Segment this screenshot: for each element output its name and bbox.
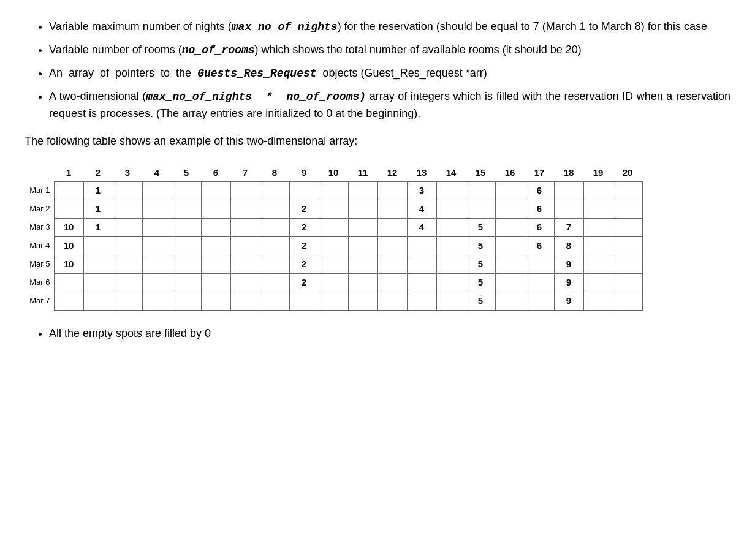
cell-r5-c15 <box>495 273 525 292</box>
cell-r6-c3 <box>142 292 172 310</box>
cell-r2-c15 <box>495 218 525 236</box>
cell-r5-c5 <box>201 273 230 292</box>
cell-r1-c19 <box>613 200 642 218</box>
cell-r2-c13 <box>436 218 466 236</box>
cell-r6-c19 <box>613 292 642 310</box>
cell-r2-c0: 10 <box>54 218 83 236</box>
table-header-row: 1 2 3 4 5 6 7 8 9 10 11 12 13 14 15 16 1… <box>25 164 642 181</box>
cell-r2-c2 <box>113 218 142 236</box>
cell-r4-c2 <box>113 255 142 273</box>
cell-r6-c12 <box>407 292 436 310</box>
cell-r0-c8 <box>289 181 319 200</box>
cell-r4-c4 <box>172 255 201 273</box>
col-header-6: 6 <box>201 164 230 181</box>
cell-r2-c6 <box>230 218 260 236</box>
col-header-12: 12 <box>378 164 407 181</box>
cell-r2-c10 <box>348 218 378 236</box>
cell-r0-c1: 1 <box>83 181 113 200</box>
table-row: Mar 21246 <box>25 200 642 218</box>
col-header-13: 13 <box>407 164 436 181</box>
cell-r5-c10 <box>348 273 378 292</box>
cell-r1-c12: 4 <box>407 200 436 218</box>
cell-r1-c4 <box>172 200 201 218</box>
cell-r1-c16: 6 <box>525 200 554 218</box>
cell-r6-c13 <box>436 292 466 310</box>
table-container: 1 2 3 4 5 6 7 8 9 10 11 12 13 14 15 16 1… <box>25 164 730 311</box>
cell-r2-c17: 7 <box>554 218 583 236</box>
cell-r3-c15 <box>495 236 525 255</box>
bullet-item-1: Variable maximum number of nights (max_n… <box>49 18 730 36</box>
cell-r6-c17: 9 <box>554 292 583 310</box>
row-label-Mar-6: Mar 6 <box>25 273 54 292</box>
intro-paragraph: The following table shows an example of … <box>25 133 730 149</box>
cell-r1-c5 <box>201 200 230 218</box>
cell-r2-c5 <box>201 218 230 236</box>
cell-r2-c8: 2 <box>289 218 319 236</box>
col-header-10: 10 <box>319 164 348 181</box>
cell-r4-c16 <box>525 255 554 273</box>
cell-r6-c4 <box>172 292 201 310</box>
main-bullet-list: Variable maximum number of nights (max_n… <box>25 18 730 122</box>
cell-r6-c16 <box>525 292 554 310</box>
cell-r3-c19 <box>613 236 642 255</box>
cell-r3-c12 <box>407 236 436 255</box>
cell-r5-c17: 9 <box>554 273 583 292</box>
col-header-3: 3 <box>113 164 142 181</box>
cell-r3-c9 <box>319 236 348 255</box>
row-label-Mar-3: Mar 3 <box>25 218 54 236</box>
cell-r0-c12: 3 <box>407 181 436 200</box>
cell-r2-c12: 4 <box>407 218 436 236</box>
cell-r3-c4 <box>172 236 201 255</box>
cell-r4-c0: 10 <box>54 255 83 273</box>
cell-r2-c1: 1 <box>83 218 113 236</box>
table-row: Mar 759 <box>25 292 642 310</box>
cell-r4-c10 <box>348 255 378 273</box>
cell-r1-c17 <box>554 200 583 218</box>
table-row: Mar 310124567 <box>25 218 642 236</box>
cell-r6-c8 <box>289 292 319 310</box>
cell-r1-c18 <box>583 200 613 218</box>
cell-r1-c1: 1 <box>83 200 113 218</box>
col-header-20: 20 <box>613 164 642 181</box>
cell-r0-c2 <box>113 181 142 200</box>
cell-r6-c7 <box>260 292 289 310</box>
cell-r2-c4 <box>172 218 201 236</box>
cell-r0-c15 <box>495 181 525 200</box>
col-header-17: 17 <box>525 164 554 181</box>
col-header-2: 2 <box>83 164 113 181</box>
code-no-of-rooms: no_of_rooms <box>182 44 255 56</box>
cell-r5-c2 <box>113 273 142 292</box>
cell-r4-c9 <box>319 255 348 273</box>
row-label-Mar-1: Mar 1 <box>25 181 54 200</box>
cell-r5-c11 <box>378 273 407 292</box>
cell-r1-c14 <box>466 200 495 218</box>
table-body: Mar 1136Mar 21246Mar 310124567Mar 410256… <box>25 181 642 310</box>
cell-r6-c10 <box>348 292 378 310</box>
cell-r3-c13 <box>436 236 466 255</box>
cell-r2-c19 <box>613 218 642 236</box>
col-header-16: 16 <box>495 164 525 181</box>
cell-r3-c11 <box>378 236 407 255</box>
cell-r0-c11 <box>378 181 407 200</box>
cell-r6-c18 <box>583 292 613 310</box>
cell-r6-c9 <box>319 292 348 310</box>
cell-r3-c14: 5 <box>466 236 495 255</box>
cell-r2-c18 <box>583 218 613 236</box>
cell-r2-c3 <box>142 218 172 236</box>
cell-r5-c6 <box>230 273 260 292</box>
cell-r1-c13 <box>436 200 466 218</box>
code-2d-array: max_no_of_nights * no_of_rooms) <box>146 91 366 103</box>
cell-r3-c5 <box>201 236 230 255</box>
cell-r6-c5 <box>201 292 230 310</box>
cell-r1-c2 <box>113 200 142 218</box>
cell-r3-c7 <box>260 236 289 255</box>
cell-r5-c18 <box>583 273 613 292</box>
cell-r1-c7 <box>260 200 289 218</box>
cell-r4-c14: 5 <box>466 255 495 273</box>
table-row: Mar 1136 <box>25 181 642 200</box>
table-row: Mar 4102568 <box>25 236 642 255</box>
cell-r4-c7 <box>260 255 289 273</box>
cell-r0-c10 <box>348 181 378 200</box>
row-label-Mar-7: Mar 7 <box>25 292 54 310</box>
cell-r1-c11 <box>378 200 407 218</box>
